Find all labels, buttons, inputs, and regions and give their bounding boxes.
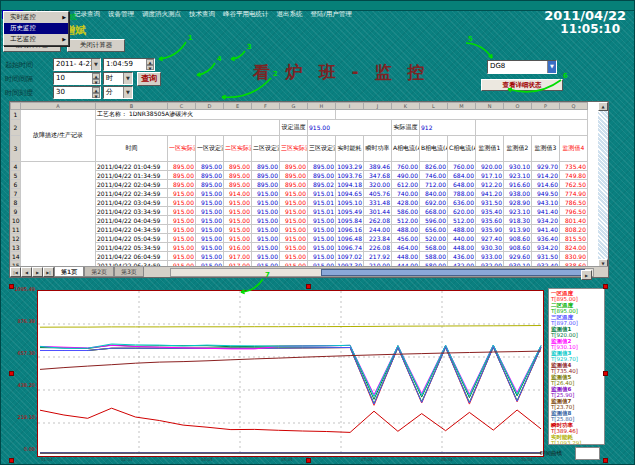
chevron-down-icon[interactable]: ▼ <box>547 61 556 73</box>
value-cell: 1095.49 <box>336 207 364 216</box>
value-cell: 949.50 <box>532 189 560 198</box>
value-cell: 448.00 <box>392 252 420 261</box>
value-cell: 895.00 <box>280 180 308 189</box>
menu-item-9[interactable]: 登陆/用户管理 <box>307 10 356 19</box>
tab-nav-1[interactable]: |◀ <box>10 267 21 277</box>
selection-handle-5[interactable] <box>603 371 608 376</box>
spinner-buttons[interactable]: ▲▼ <box>146 59 154 70</box>
spinner-buttons[interactable]: ▲▼ <box>92 87 100 98</box>
row-number: 7 <box>11 189 21 198</box>
spin-down-icon[interactable]: ▼ <box>92 79 100 85</box>
chart-caption-box[interactable] <box>575 447 600 460</box>
time-cell: 2011/04/22 05:04:59 <box>96 234 168 243</box>
context-menu-item-1[interactable]: 实时监控▶ <box>4 12 68 23</box>
hscroll-thumb[interactable] <box>321 269 585 276</box>
sheet-tab-3[interactable]: 第3页 <box>114 267 144 277</box>
sheet-tab-2[interactable]: 第2页 <box>84 267 114 277</box>
start-date-picker[interactable]: 2011- 4-22▼ <box>53 58 101 71</box>
series-line-4 <box>40 345 541 399</box>
time-span-value: 10 <box>56 74 65 82</box>
y-axis-label: 876.39 <box>18 318 36 324</box>
value-cell: 915.00 <box>168 234 196 243</box>
vertical-scrollbar[interactable]: ▲ ▼ <box>598 102 608 268</box>
time-scale-unit-value: 分 <box>106 88 113 96</box>
value-cell: 895.00 <box>196 162 224 171</box>
time-cell: 2011/04/22 04:04:59 <box>96 216 168 225</box>
table-row: 42011/04/22 01:04:59895.00895.00895.0089… <box>11 162 588 171</box>
time-scale-spinner[interactable]: 30▲▼ <box>53 86 101 99</box>
selection-handle-1[interactable] <box>9 284 14 289</box>
selection-handle-7[interactable] <box>306 458 311 463</box>
menu-item-8[interactable]: 退出系统 <box>273 10 307 19</box>
table-row: 72011/04/22 02:34:59915.00915.00914.0091… <box>11 189 588 198</box>
value-cell: 915.00 <box>196 207 224 216</box>
scroll-up-icon[interactable]: ▲ <box>598 102 608 111</box>
value-cell: 915.00 <box>224 198 252 207</box>
spin-down-icon[interactable]: ▼ <box>92 93 100 99</box>
menu-item-6[interactable]: 技术查询 <box>185 10 219 19</box>
col-letter-O: O <box>504 103 532 110</box>
value-cell: 226.08 <box>364 243 392 252</box>
value-cell: 760.00 <box>448 162 476 171</box>
value-cell: 933.00 <box>476 252 504 261</box>
start-time-spinner[interactable]: 1:04:59▲▼ <box>103 58 155 71</box>
x-axis-label: 04:04 <box>201 457 213 462</box>
value-cell: 448.00 <box>448 243 476 252</box>
chevron-down-icon[interactable]: ▼ <box>123 73 132 84</box>
start-time-value: 1:04:59 <box>106 60 133 68</box>
tab-nav-2[interactable]: ◀ <box>21 267 32 277</box>
blank-cell <box>336 110 588 120</box>
value-cell: 405.76 <box>364 189 392 198</box>
value-cell: 915.00 <box>168 198 196 207</box>
monitor-context-menu: 实时监控▶历史监控工艺监控▶ <box>3 11 69 46</box>
sheet-tab-1[interactable]: 第1页 <box>54 267 84 277</box>
view-detail-button[interactable]: 查看详细状态 <box>481 79 563 91</box>
context-menu-item-3[interactable]: 工艺监控▶ <box>4 34 68 45</box>
menu-item-5[interactable]: 调度消火测点 <box>138 10 185 19</box>
close-calculator-button[interactable]: 关闭计算器 <box>67 39 125 52</box>
spinner-buttons[interactable]: ▲▼ <box>92 73 100 84</box>
value-cell: 636.00 <box>448 198 476 207</box>
spin-down-icon[interactable]: ▼ <box>146 65 154 71</box>
selection-handle-6[interactable] <box>9 458 14 463</box>
scroll-right-icon[interactable]: ▶ <box>581 270 592 280</box>
column-header-9: A相电流(A) <box>392 136 420 162</box>
value-cell: 915.00 <box>280 216 308 225</box>
value-cell: 915.00 <box>168 225 196 234</box>
value-cell: 941.40 <box>532 207 560 216</box>
col-letter-E: E <box>224 103 252 110</box>
selection-handle-2[interactable] <box>306 284 311 289</box>
time-span-label: 时间间隔 <box>5 74 51 84</box>
selection-handle-8[interactable] <box>603 458 608 463</box>
station-combo[interactable]: DG8▼ <box>487 60 557 74</box>
column-header-14: 监测值3 <box>532 136 560 162</box>
annotation-number: 5 <box>468 35 473 43</box>
annotation-arrow-1: 1 <box>159 34 193 60</box>
value-cell: 915.00 <box>168 243 196 252</box>
context-menu-item-2[interactable]: 历史监控 <box>4 23 68 34</box>
set-temp-value: 915.00 <box>308 120 392 136</box>
horizontal-scrollbar[interactable]: ▶ <box>170 268 594 277</box>
time-span-spinner[interactable]: 10▲▼ <box>53 72 101 85</box>
value-cell: 895.00 <box>224 162 252 171</box>
tab-nav-4[interactable]: ▶| <box>43 267 54 277</box>
menu-bar: 监控生产技术管理记录查询设备管理调度消火测点技术查询峰谷平用电统计退出系统登陆/… <box>1 1 635 11</box>
row-number: 8 <box>11 198 21 207</box>
selection-handle-3[interactable] <box>603 284 608 289</box>
column-header-3: 二区实际温度 <box>224 136 252 162</box>
table-row: 112011/04/22 04:34:59915.00915.00915.009… <box>11 225 588 234</box>
chevron-down-icon[interactable]: ▼ <box>91 59 100 70</box>
chevron-down-icon[interactable]: ▼ <box>123 87 132 98</box>
chart-plot-area[interactable] <box>37 290 544 457</box>
query-button[interactable]: 查询 <box>137 72 161 86</box>
menu-item-7[interactable]: 峰谷平用电统计 <box>219 10 273 19</box>
value-cell: 490.00 <box>392 171 420 180</box>
tab-nav-3[interactable]: ▶ <box>32 267 43 277</box>
grid-cells[interactable]: ABCDEFGHIJKLMNOPQ1故障描述/生产记录工艺名称： 1DNR385… <box>10 102 589 268</box>
fault-desc-header: 故障描述/生产记录 <box>21 110 96 162</box>
time-scale-unit-combo[interactable]: 分▼ <box>103 86 133 99</box>
selection-handle-4[interactable] <box>9 371 14 376</box>
menu-item-4[interactable]: 设备管理 <box>104 10 138 19</box>
time-span-unit-combo[interactable]: 时▼ <box>103 72 133 85</box>
value-cell: 217.92 <box>364 252 392 261</box>
